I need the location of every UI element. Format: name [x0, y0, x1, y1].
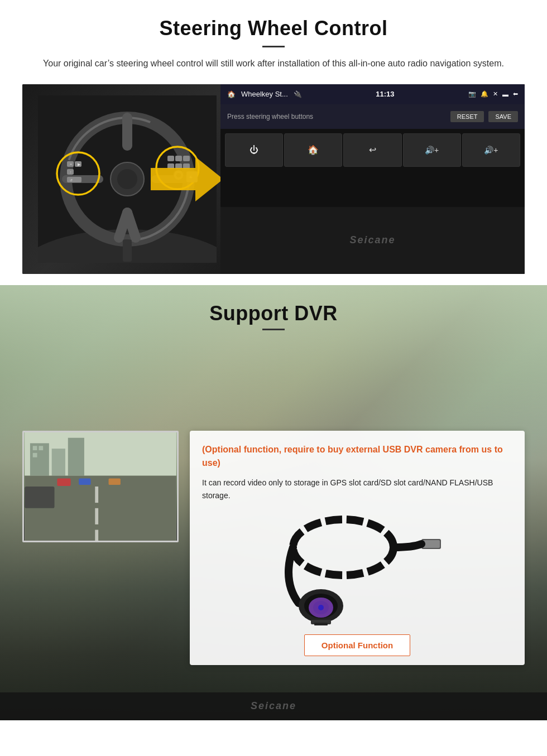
- svg-point-56: [318, 605, 324, 610]
- reset-button[interactable]: RESET: [450, 111, 484, 122]
- close-icon: ✕: [493, 90, 498, 98]
- optional-function-button[interactable]: Optional Function: [304, 634, 410, 656]
- android-seicane-text: Seicane: [349, 234, 395, 246]
- svg-rect-46: [79, 478, 90, 485]
- svg-rect-58: [314, 623, 328, 625]
- yellow-arrow: [151, 154, 223, 204]
- svg-point-10: [117, 169, 137, 189]
- steering-title: Steering Wheel Control: [22, 17, 525, 40]
- svg-marker-32: [151, 157, 223, 201]
- svg-rect-47: [109, 478, 121, 485]
- svg-rect-15: [67, 177, 81, 182]
- dvr-optional-note: (Optional function, require to buy exter…: [202, 443, 512, 470]
- app-name: Wheelkey St...: [241, 90, 288, 98]
- steering-bg: + ▶ ↑ ↺: [22, 84, 525, 274]
- dvr-info-box: (Optional function, require to buy exter…: [190, 431, 525, 666]
- svg-rect-45: [57, 478, 70, 486]
- android-ui-panel: 🏠 Wheelkey St... 🔌 11:13 📷 🔔 ✕ ▬ ⬅: [220, 84, 525, 274]
- dvr-bottom-layout: (Optional function, require to buy exter…: [22, 431, 525, 666]
- svg-rect-39: [52, 449, 65, 476]
- grid-btn-vol-down[interactable]: 🔊+: [462, 133, 520, 167]
- svg-rect-48: [25, 487, 54, 508]
- svg-text:+: +: [70, 162, 72, 166]
- android-toolbar: Press steering wheel buttons RESET SAVE: [220, 104, 525, 129]
- dvr-divider: [262, 329, 285, 330]
- dvr-content: Support DVR: [0, 285, 547, 682]
- dvr-camera-image-area: [202, 514, 512, 625]
- toolbar-prompt: Press steering wheel buttons: [227, 113, 313, 121]
- dvr-thumbnail-svg: [24, 432, 177, 541]
- svg-point-49: [293, 519, 394, 575]
- grid-btn-back[interactable]: ↩: [343, 133, 401, 167]
- statusbar-time: 11:13: [376, 90, 394, 98]
- volume-icon: 🔔: [481, 90, 488, 98]
- usb-icon: 🔌: [294, 90, 302, 98]
- dvr-title: Support DVR: [22, 302, 525, 325]
- grid-btn-vol-up[interactable]: 🔊+: [403, 133, 461, 167]
- dvr-thumbnail: [22, 431, 179, 542]
- svg-text:↑: ↑: [70, 170, 72, 174]
- back-icon: ⬅: [513, 90, 518, 98]
- steering-section: Steering Wheel Control Your original car…: [0, 0, 547, 285]
- steering-image-container: + ▶ ↑ ↺: [22, 84, 525, 274]
- grid-btn-home[interactable]: 🏠: [284, 133, 342, 167]
- svg-rect-40: [68, 437, 84, 475]
- minimize-icon: ▬: [502, 91, 508, 98]
- svg-rect-43: [95, 508, 98, 524]
- svg-rect-37: [39, 446, 43, 450]
- android-bottom-watermark: Seicane: [220, 207, 525, 274]
- dvr-seicane-text: Seicane: [251, 700, 296, 712]
- dvr-seicane-bar: Seicane: [0, 692, 547, 720]
- svg-text:↺: ↺: [70, 179, 73, 182]
- home-icon: 🏠: [227, 90, 236, 98]
- svg-rect-38: [33, 452, 37, 457]
- save-button[interactable]: SAVE: [488, 111, 518, 122]
- svg-rect-44: [95, 529, 98, 540]
- steering-subtitle: Your original car’s steering wheel contr…: [22, 56, 525, 71]
- statusbar-left: 🏠 Wheelkey St... 🔌: [227, 90, 302, 98]
- toolbar-buttons: RESET SAVE: [450, 111, 518, 122]
- dvr-description: It can record video only to storage in G…: [202, 476, 512, 503]
- grid-btn-power[interactable]: ⏻: [225, 133, 283, 167]
- steering-divider: [262, 46, 285, 47]
- svg-rect-31: [123, 239, 132, 262]
- statusbar: 🏠 Wheelkey St... 🔌 11:13 📷 🔔 ✕ ▬ ⬅: [220, 84, 525, 104]
- android-grid: ⏻ 🏠 ↩ 🔊+ 🔊+: [220, 129, 525, 207]
- svg-rect-36: [33, 446, 37, 450]
- dvr-section: Support DVR: [0, 285, 547, 720]
- svg-rect-42: [95, 487, 98, 503]
- camera-icon: 📷: [468, 90, 476, 98]
- statusbar-right: 📷 🔔 ✕ ▬ ⬅: [468, 90, 518, 98]
- dvr-camera-svg: [271, 514, 444, 625]
